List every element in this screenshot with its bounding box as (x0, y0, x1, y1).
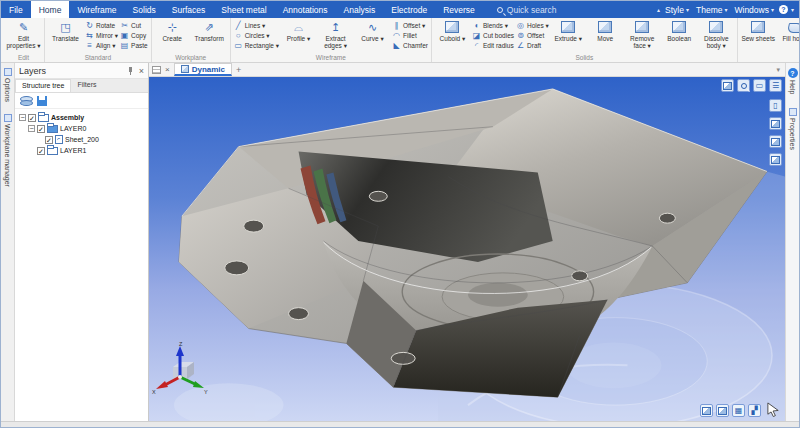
layers-stack-icon[interactable] (20, 96, 32, 105)
cut-button[interactable]: ✂Cut (120, 21, 148, 30)
checkbox[interactable]: ✓ (37, 125, 45, 133)
tree-item-sheet-200[interactable]: ✓ Sheet_200 (17, 134, 146, 145)
menu-tab-electrode[interactable]: Electrode (383, 1, 435, 18)
eraser-tool-button[interactable]: ▯ (769, 99, 782, 112)
fill-holes-button[interactable]: Fill holes (778, 19, 799, 42)
multi-view-button[interactable]: ▞ (748, 404, 761, 417)
orbit-view-button[interactable] (769, 135, 782, 148)
translate-icon: ◳ (60, 20, 70, 34)
copy-button[interactable]: ▣Copy (120, 31, 148, 40)
menu-tab-analysis[interactable]: Analysis (336, 1, 384, 18)
3d-canvas[interactable]: Z X Y ▭ ☰ ▯ (149, 77, 785, 421)
transform-workplane-icon: ⇗ (205, 20, 214, 34)
edit-radius-button[interactable]: ◜Edit radius (472, 41, 514, 50)
tree-item-layer0[interactable]: − ✓ LAYER0 (17, 123, 146, 134)
help-icon[interactable]: ? (779, 5, 788, 14)
transform-workplane-button[interactable]: ⇗Transform (192, 19, 227, 42)
curve-button[interactable]: ∿Curve ▾ (355, 19, 390, 42)
extrude-button[interactable]: Extrude ▾ (551, 19, 586, 42)
tab-list-icon[interactable] (152, 66, 161, 74)
close-icon[interactable]: × (139, 67, 144, 75)
window-view-button[interactable]: ▭ (753, 79, 766, 92)
menu-tab-reverse[interactable]: Reverse (435, 1, 483, 18)
workplane-manager-tab[interactable]: Workplane manager (4, 111, 12, 190)
boolean-button[interactable]: Boolean (662, 19, 697, 42)
rotate-view-button[interactable] (769, 153, 782, 166)
menu-tab-surfaces[interactable]: Surfaces (164, 1, 214, 18)
iso-view-button[interactable] (716, 404, 729, 417)
view-mode-button[interactable] (700, 404, 713, 417)
ribbon-collapse-icon[interactable]: ▴ (657, 6, 660, 13)
chevron-down-icon[interactable]: ▾ (791, 6, 794, 13)
structure-tree: − ✓ Assembly − ✓ LAYER0 ✓ Sheet_200 (15, 109, 148, 421)
paste-button[interactable]: ▤Paste (120, 41, 148, 50)
offset-icon: ∥ (392, 21, 401, 30)
theme-menu[interactable]: Theme▾ (694, 5, 729, 15)
document-tab-dynamic[interactable]: Dynamic (174, 63, 232, 76)
cuboid-button[interactable]: Cuboid ▾ (435, 19, 470, 42)
fillet-button[interactable]: ◠Fillet (392, 31, 428, 40)
checkbox[interactable]: ✓ (28, 114, 36, 122)
translate-button[interactable]: ◳Translate (48, 19, 83, 42)
layers-panel-title: Layers (19, 66, 46, 76)
help-tab[interactable]: ?Help (788, 65, 798, 97)
extract-edges-button[interactable]: ↥Extract edges ▾ (318, 19, 353, 49)
menu-tab-sheet-metal[interactable]: Sheet metal (213, 1, 274, 18)
collapse-icon[interactable]: − (28, 125, 35, 132)
properties-tab[interactable]: Properties (789, 105, 797, 153)
rotate-button[interactable]: ↻Rotate (85, 21, 118, 30)
close-document-icon[interactable]: × (165, 65, 170, 74)
tree-item-assembly[interactable]: − ✓ Assembly (17, 112, 146, 123)
add-solid-button[interactable] (769, 117, 782, 130)
offset-button[interactable]: ∥Offset ▾ (392, 21, 428, 30)
style-menu[interactable]: Style▾ (663, 5, 691, 15)
tree-item-layer1[interactable]: ✓ LAYER1 (17, 145, 146, 156)
save-layers-icon[interactable] (37, 96, 47, 106)
circles-button[interactable]: ○Circles ▾ (234, 31, 279, 40)
sew-sheets-button[interactable]: Sew sheets (741, 19, 776, 42)
dissolve-body-button[interactable]: Dissolve body ▾ (699, 19, 734, 49)
mirror-button[interactable]: ⇆Mirror ▾ (85, 31, 118, 40)
move-face-button[interactable]: Move (588, 19, 623, 42)
sew-sheets-icon (751, 20, 765, 34)
tabbar-collapse-icon[interactable]: ▾ (776, 66, 782, 74)
wireframe-view-button[interactable]: ▦ (732, 404, 745, 417)
holes-button[interactable]: ◎Holes ▾ (516, 21, 549, 30)
checkbox[interactable]: ✓ (45, 136, 53, 144)
blends-button[interactable]: ◖Blends ▾ (472, 21, 514, 30)
align-button[interactable]: ≡Align ▾ (85, 41, 118, 50)
offset-solid-button[interactable]: ⊚Offset (516, 31, 549, 40)
collapse-icon[interactable]: − (19, 114, 26, 121)
profile-button[interactable]: ⌓Profile ▾ (281, 19, 316, 42)
remove-face-button[interactable]: Remove face ▾ (625, 19, 660, 49)
profile-icon: ⌓ (294, 20, 303, 34)
view-controls: ▦ ▞ (700, 404, 761, 417)
filters-tab[interactable]: Filters (71, 79, 102, 92)
new-document-icon[interactable]: + (236, 65, 241, 75)
menu-tab-wireframe[interactable]: Wireframe (69, 1, 124, 18)
draft-button[interactable]: ∠Draft (516, 41, 549, 50)
lines-button[interactable]: ╱Lines ▾ (234, 21, 279, 30)
edit-properties-button[interactable]: ✎Edit properties ▾ (6, 19, 41, 49)
chamfer-button[interactable]: ◣Chamfer (392, 41, 428, 50)
zoom-tool-button[interactable] (737, 79, 750, 92)
viewport-menu-button[interactable]: ☰ (769, 79, 782, 92)
structure-tree-tab[interactable]: Structure tree (15, 79, 71, 92)
options-tab[interactable]: Options (4, 65, 12, 105)
quick-search[interactable]: Quick search (497, 1, 557, 18)
axis-z-label: Z (179, 341, 183, 347)
windows-menu[interactable]: Windows▾ (732, 5, 776, 15)
menu-tab-annotations[interactable]: Annotations (275, 1, 336, 18)
cad-model[interactable] (149, 77, 785, 421)
cut-bodies-button[interactable]: ◪Cut bodies (472, 31, 514, 40)
folder-icon (38, 114, 49, 122)
menu-tab-solids[interactable]: Solids (125, 1, 164, 18)
view-cube-button[interactable] (721, 79, 734, 92)
create-workplane-button[interactable]: ⊹Create (155, 19, 190, 42)
viewport-area: × Dynamic + ▾ (149, 63, 785, 421)
menu-tab-home[interactable]: Home (31, 1, 70, 18)
rectangle-button[interactable]: ▭Rectangle ▾ (234, 41, 279, 50)
menu-tab-file[interactable]: File (1, 1, 31, 18)
checkbox[interactable]: ✓ (37, 147, 45, 155)
pin-icon[interactable] (126, 67, 134, 75)
